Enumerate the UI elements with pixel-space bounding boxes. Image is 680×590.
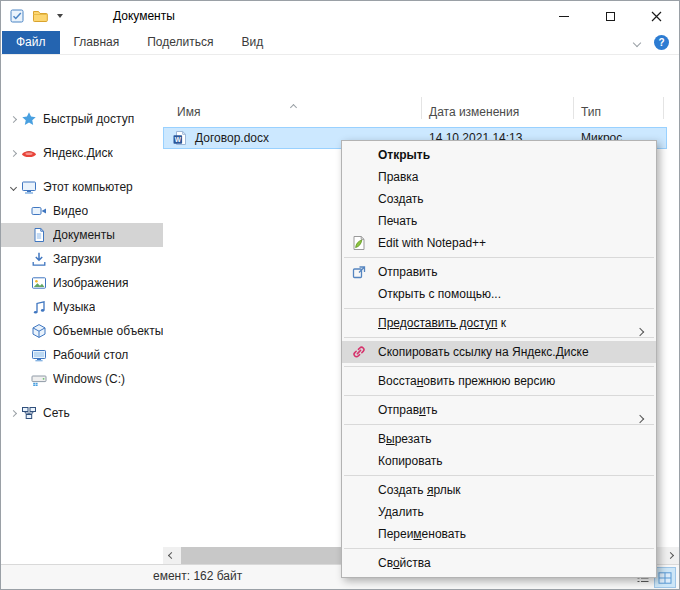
sidebar-item-label: Изображения [53, 276, 128, 290]
help-button[interactable]: ? [654, 35, 669, 50]
sidebar-item-label: Музыка [53, 300, 95, 314]
tab-view[interactable]: Вид [227, 31, 277, 54]
sidebar-item-desktop[interactable]: Рабочий стол [1, 343, 163, 367]
menu-item-create-shortcut[interactable]: Создать ярлык [342, 479, 656, 501]
menu-item-label: Отправить [378, 265, 438, 279]
sidebar-item-downloads[interactable]: Загрузки [1, 247, 163, 271]
sidebar-item-videos[interactable]: Видео [1, 199, 163, 223]
sidebar-item-label: Этот компьютер [43, 180, 133, 194]
context-menu: ОткрытьПравкаСоздатьПечатьEdit with Note… [341, 140, 657, 578]
menu-item-rename[interactable]: Переименовать [342, 523, 656, 545]
ribbon-tabs: Файл Главная Поделиться Вид ? [1, 31, 679, 55]
qat-dropdown-icon[interactable] [57, 14, 63, 18]
thumbnails-view-button[interactable] [655, 568, 675, 587]
drive-icon [31, 371, 47, 387]
sidebar-group-gap [1, 165, 163, 175]
menu-item-label: Создать ярлык [378, 483, 461, 497]
minimize-button[interactable] [541, 1, 587, 31]
menu-item-restore-previous[interactable]: Восстановить прежнюю версию [342, 370, 656, 392]
sidebar-group-gap [1, 131, 163, 141]
sidebar-item-label: Яндекс.Диск [43, 146, 113, 160]
menu-item-label: Открыть с помощью... [378, 287, 501, 301]
computer-icon [21, 179, 37, 195]
sidebar-item-label: Сеть [43, 406, 70, 420]
expand-ribbon-icon[interactable] [633, 38, 641, 46]
menu-item-print[interactable]: Печать [342, 210, 656, 232]
sidebar-tree: Быстрый доступЯндекс.ДискЭтот компьютерВ… [1, 107, 163, 425]
menu-separator [344, 257, 654, 258]
navigation-pane: Быстрый доступЯндекс.ДискЭтот компьютерВ… [1, 93, 163, 564]
file-explorer-window: Документы Файл Главная Поделиться Вид ? … [0, 0, 680, 590]
menu-separator [344, 424, 654, 425]
menu-item-label: Восстановить прежнюю версию [378, 374, 555, 388]
column-separator [663, 97, 664, 119]
column-header-date[interactable]: Дата изменения [429, 105, 519, 119]
tab-home[interactable]: Главная [60, 31, 134, 54]
menu-separator [344, 548, 654, 549]
maximize-icon [606, 12, 615, 21]
menu-item-label: Печать [378, 214, 417, 228]
qat-properties-button[interactable] [9, 8, 25, 24]
menu-separator [344, 366, 654, 367]
sidebar-item-pictures[interactable]: Изображения [1, 271, 163, 295]
sidebar-item-windows-c[interactable]: Windows (C:) [1, 367, 163, 391]
column-header-name[interactable]: Имя [177, 105, 200, 119]
menu-item-new[interactable]: Создать [342, 188, 656, 210]
menu-item-label: Копировать [378, 454, 443, 468]
menu-item-edit[interactable]: Правка [342, 166, 656, 188]
column-separator [421, 97, 422, 119]
qat-new-folder-button[interactable] [32, 8, 48, 24]
expand-chevron-icon[interactable] [5, 117, 21, 122]
window-title: Документы [113, 1, 175, 31]
menu-item-send-to[interactable]: Отправить [342, 399, 656, 421]
sidebar-item-quick-access[interactable]: Быстрый доступ [1, 107, 163, 131]
menu-separator [344, 395, 654, 396]
menu-item-open[interactable]: Открыть [342, 144, 656, 166]
menu-item-label: Отправить [378, 403, 438, 417]
menu-item-yandex-copy-link[interactable]: Скопировать ссылку на Яндекс.Диске [342, 341, 656, 363]
menu-item-open-with[interactable]: Открыть с помощью... [342, 283, 656, 305]
maximize-button[interactable] [587, 1, 633, 31]
sidebar-item-this-pc[interactable]: Этот компьютер [1, 175, 163, 199]
submenu-arrow-icon [637, 320, 643, 342]
ribbon-right-controls: ? [634, 31, 679, 54]
menu-item-delete[interactable]: Удалить [342, 501, 656, 523]
objects3d-icon [31, 323, 47, 339]
menu-item-notepadpp[interactable]: Edit with Notepad++ [342, 232, 656, 254]
menu-item-label: Вырезать [378, 432, 431, 446]
close-button[interactable] [633, 1, 679, 31]
file-name: Договор.docx [195, 131, 269, 145]
sidebar-item-label: Загрузки [53, 252, 101, 266]
tab-share[interactable]: Поделиться [133, 31, 227, 54]
yandex-link-icon [351, 344, 367, 360]
scroll-right-button[interactable] [662, 547, 679, 564]
documents-icon [31, 227, 47, 243]
sort-ascending-icon[interactable] [291, 99, 296, 113]
menu-item-properties[interactable]: Свойства [342, 552, 656, 574]
tab-file[interactable]: Файл [2, 31, 60, 54]
expand-chevron-icon[interactable] [5, 411, 21, 416]
sidebar-item-yandex-disk[interactable]: Яндекс.Диск [1, 141, 163, 165]
menu-item-label: Свойства [378, 556, 431, 570]
star-icon [21, 111, 37, 127]
menu-item-copy[interactable]: Копировать [342, 450, 656, 472]
sidebar-item-objects-3d[interactable]: Объемные объекты [1, 319, 163, 343]
navigation-bar: Это... Доку... [1, 55, 679, 93]
expand-chevron-icon[interactable] [5, 185, 21, 190]
scroll-left-button[interactable] [163, 547, 180, 564]
sidebar-item-network[interactable]: Сеть [1, 401, 163, 425]
sidebar-item-label: Документы [53, 228, 115, 242]
column-header-type[interactable]: Тип [581, 105, 601, 119]
sidebar-item-documents[interactable]: Документы [1, 223, 163, 247]
notepadpp-icon [351, 235, 367, 251]
share-icon [351, 264, 367, 280]
menu-item-share[interactable]: Отправить [342, 261, 656, 283]
network-icon [21, 405, 37, 421]
menu-item-label: Создать [378, 192, 424, 206]
menu-item-label: Скопировать ссылку на Яндекс.Диске [378, 345, 589, 359]
expand-chevron-icon[interactable] [5, 151, 21, 156]
menu-item-give-access[interactable]: Предоставить доступ к [342, 312, 656, 334]
menu-item-cut[interactable]: Вырезать [342, 428, 656, 450]
status-text: емент: 162 байт [153, 565, 242, 588]
sidebar-item-music[interactable]: Музыка [1, 295, 163, 319]
